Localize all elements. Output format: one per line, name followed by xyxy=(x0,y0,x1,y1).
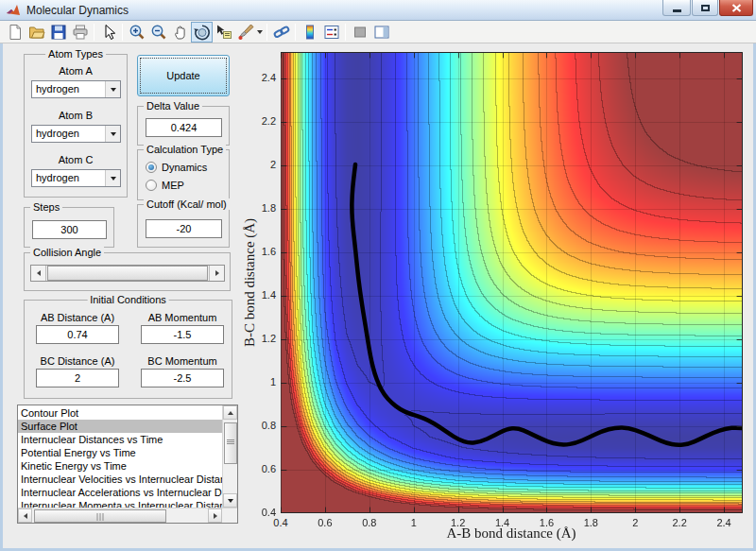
pan-button[interactable] xyxy=(169,22,191,43)
maximize-icon xyxy=(701,5,710,11)
slider-right-arrow[interactable] xyxy=(209,266,224,281)
dropdown-arrow-icon[interactable] xyxy=(105,126,120,142)
zoom-in-icon xyxy=(128,23,146,42)
rotate-3d-button[interactable] xyxy=(191,22,213,43)
ab-distance-label: AB Distance (A) xyxy=(36,312,119,323)
insert-colorbar-button[interactable] xyxy=(299,22,320,43)
data-cursor-button[interactable] xyxy=(213,22,234,43)
open-folder-icon xyxy=(27,23,46,42)
x-tick-label: 1 xyxy=(400,517,428,528)
print-figure-button[interactable] xyxy=(69,22,91,43)
chevron-down-icon xyxy=(257,30,263,34)
vertical-scrollbar[interactable] xyxy=(222,405,237,508)
new-file-icon xyxy=(6,23,25,42)
dynamics-label: Dynamics xyxy=(162,162,207,173)
toolbar-separator xyxy=(266,24,267,41)
minimize-button[interactable] xyxy=(662,0,691,16)
steps-field[interactable] xyxy=(32,220,107,239)
horizontal-scrollbar[interactable] xyxy=(18,508,237,523)
dropdown-arrow-icon[interactable] xyxy=(105,81,120,97)
close-icon xyxy=(731,4,742,12)
steps-title: Steps xyxy=(30,201,62,213)
list-item[interactable]: Internuclear Accelerations vs Internucle… xyxy=(18,486,222,499)
scroll-left-button[interactable] xyxy=(18,508,32,523)
toolbar-separator xyxy=(122,24,123,41)
link-plot-button[interactable] xyxy=(270,22,292,43)
y-tick-label: 1.8 xyxy=(248,202,276,214)
window-controls xyxy=(662,0,753,16)
toolbar-separator xyxy=(94,24,94,41)
close-button[interactable] xyxy=(719,0,753,16)
atom-a-dropdown[interactable]: hydrogen xyxy=(31,80,121,98)
atom-c-label: Atom C xyxy=(25,154,127,165)
list-item[interactable]: Kinetic Energy vs Time xyxy=(18,459,222,473)
x-tick-label: 2.4 xyxy=(710,517,738,528)
pes-contour-plot[interactable] xyxy=(281,52,743,513)
colorbar-icon xyxy=(301,23,319,42)
window-title: Molecular Dynamics xyxy=(26,4,129,17)
toolbar-separator xyxy=(345,24,346,41)
slider-left-arrow[interactable] xyxy=(31,266,46,281)
scroll-up-button[interactable] xyxy=(223,405,237,420)
maximize-button[interactable] xyxy=(692,0,718,16)
list-item[interactable]: Potential Energy vs Time xyxy=(18,446,222,459)
dynamics-radio-row: Dynamics xyxy=(146,161,207,174)
printer-icon xyxy=(71,23,90,42)
x-tick-label: 0.6 xyxy=(311,517,339,528)
brush-data-button[interactable] xyxy=(234,22,256,43)
zoom-out-button[interactable] xyxy=(147,22,169,43)
pointer-icon xyxy=(99,23,118,42)
cutoff-title: Cutoff (Kcal/ mol) xyxy=(144,198,230,210)
hide-plot-tools-button[interactable] xyxy=(349,22,370,43)
dropdown-arrow-icon[interactable] xyxy=(105,170,120,186)
minimize-icon xyxy=(673,9,681,12)
x-tick-label: 1.8 xyxy=(576,517,605,528)
atom-a-value: hydrogen xyxy=(36,83,79,95)
save-figure-button[interactable] xyxy=(47,22,69,43)
y-tick-label: 2 xyxy=(248,159,276,170)
slider-thumb[interactable] xyxy=(47,266,208,281)
update-button[interactable]: Update xyxy=(137,55,230,96)
matlab-app-icon xyxy=(6,3,21,17)
x-axis-label: A-B bond distance (Å) xyxy=(446,525,576,542)
zoom-out-icon xyxy=(149,23,168,42)
open-file-button[interactable] xyxy=(26,22,47,43)
ab-momentum-field[interactable] xyxy=(141,325,224,344)
x-tick-label: 2 xyxy=(621,517,649,528)
edit-plot-button[interactable] xyxy=(97,22,119,43)
delta-value-group: Delta Value xyxy=(137,106,230,146)
insert-legend-button[interactable] xyxy=(320,22,342,43)
scroll-right-button[interactable] xyxy=(208,508,222,523)
ab-distance-field[interactable] xyxy=(36,325,119,344)
new-file-button[interactable] xyxy=(4,22,26,43)
scroll-down-button[interactable] xyxy=(223,493,237,508)
bc-distance-field[interactable] xyxy=(36,369,119,387)
rotate-3d-icon xyxy=(193,23,212,42)
list-item[interactable]: Internuclear Momenta vs Internuclear Dis… xyxy=(18,499,222,508)
hide-plot-tools-icon xyxy=(351,23,369,42)
delta-value-title: Delta Value xyxy=(144,100,202,112)
list-item[interactable]: Surface Plot xyxy=(18,420,222,433)
show-plot-tools-button[interactable] xyxy=(370,22,392,43)
atom-b-dropdown[interactable]: hydrogen xyxy=(31,125,121,143)
collision-angle-title: Collision Angle xyxy=(30,247,104,258)
vertical-scroll-thumb[interactable] xyxy=(224,422,237,464)
mep-radio[interactable] xyxy=(146,180,157,191)
list-item[interactable]: Contour Plot xyxy=(18,406,222,420)
plot-type-listbox[interactable]: Contour PlotSurface PlotInternuclear Dis… xyxy=(17,405,238,524)
x-tick-label: 0.8 xyxy=(355,517,384,528)
initial-conditions-group: Initial Conditions AB Distance (A) AB Mo… xyxy=(24,300,232,399)
horizontal-scroll-thumb[interactable] xyxy=(34,509,166,523)
toolbar-separator xyxy=(295,24,296,41)
bc-momentum-field[interactable] xyxy=(141,369,224,387)
list-item[interactable]: Internuclear Velocities vs Internuclear … xyxy=(18,473,222,486)
collision-angle-slider[interactable] xyxy=(30,265,225,282)
cutoff-field[interactable] xyxy=(146,219,222,238)
atom-c-dropdown[interactable]: hydrogen xyxy=(31,169,121,187)
link-icon xyxy=(272,23,291,42)
list-item[interactable]: Internuclear Distances vs Time xyxy=(18,433,222,446)
delta-value-field[interactable] xyxy=(146,118,222,137)
dynamics-radio[interactable] xyxy=(146,162,157,173)
zoom-in-button[interactable] xyxy=(126,22,147,43)
brush-dropdown-caret[interactable] xyxy=(256,22,264,43)
